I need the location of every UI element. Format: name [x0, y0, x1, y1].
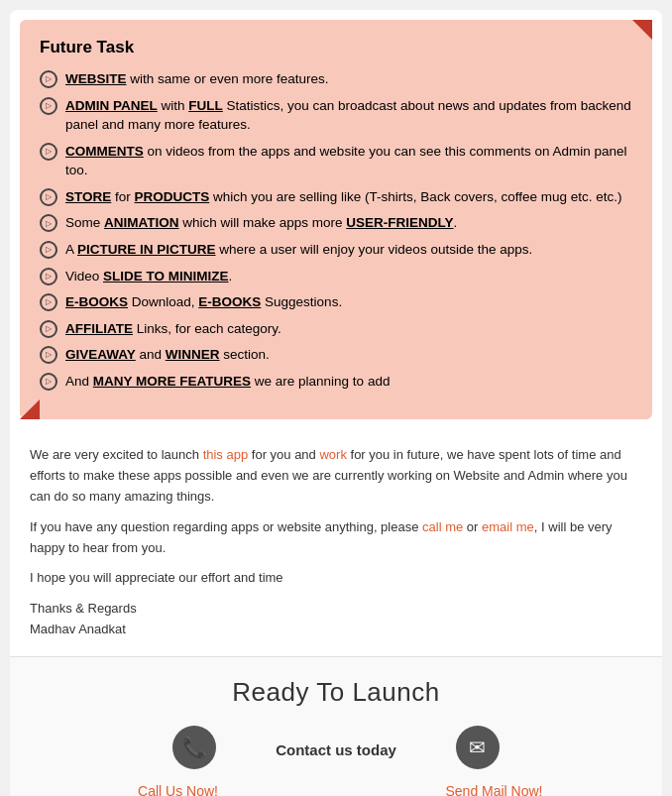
page-wrapper: Future Task WEBSITE with same or even mo… — [10, 10, 662, 796]
task-text: WEBSITE with same or even more features. — [65, 69, 329, 89]
message-para3: I hope you will appreciate our effort an… — [30, 568, 642, 589]
future-task-section: Future Task WEBSITE with same or even mo… — [20, 20, 652, 419]
task-list-item: GIVEAWAY and WINNER section. — [40, 345, 632, 365]
highlight-work: work — [319, 447, 346, 462]
phone-icon: 📞 — [182, 736, 207, 759]
task-list: WEBSITE with same or even more features.… — [40, 69, 632, 391]
task-bullet-icon — [40, 214, 57, 232]
task-list-item: STORE for PRODUCTS which you are selling… — [40, 187, 632, 207]
launch-title: Ready To Launch — [20, 677, 652, 708]
task-list-item: AFFILIATE Links, for each category. — [40, 319, 632, 339]
task-list-item: And MANY MORE FEATURES we are planning t… — [40, 372, 632, 392]
task-text: E-BOOKS Download, E-BOOKS Suggestions. — [65, 292, 342, 312]
task-bullet-icon — [40, 293, 57, 311]
task-text: Some ANIMATION which will make apps more… — [65, 213, 457, 233]
task-text: ADMIN PANEL with FULL Statistics, you ca… — [65, 96, 632, 135]
task-bullet-icon — [40, 97, 57, 115]
highlight-me2: me — [516, 519, 534, 534]
task-list-item: E-BOOKS Download, E-BOOKS Suggestions. — [40, 292, 632, 312]
phone-contact-item: Call Us Now! +91 88 66 55 55 93 — [26, 783, 329, 796]
task-bullet-icon — [40, 320, 57, 338]
corner-decoration-bl — [20, 399, 40, 419]
contact-details-row: Call Us Now! +91 88 66 55 55 93 Send Mai… — [20, 783, 652, 796]
email-icon: ✉ — [469, 736, 486, 759]
task-list-item: ADMIN PANEL with FULL Statistics, you ca… — [40, 96, 632, 135]
signature-line1: Thanks & Regards — [30, 599, 642, 620]
message-para1: We are very excited to launch this app f… — [30, 445, 642, 507]
task-list-item: Video SLIDE TO MINIMIZE. — [40, 267, 632, 286]
send-mail-link[interactable]: Send Mail Now! — [445, 783, 542, 796]
task-list-item: A PICTURE IN PICTURE where a user will e… — [40, 240, 632, 260]
task-text: A PICTURE IN PICTURE where a user will e… — [65, 240, 532, 260]
icons-and-label-row: 📞 Contact us today ✉ — [20, 726, 652, 775]
task-text: STORE for PRODUCTS which you are selling… — [65, 187, 621, 207]
task-bullet-icon — [40, 268, 57, 285]
contact-us-label: Contact us today — [276, 741, 396, 758]
task-text: Video SLIDE TO MINIMIZE. — [65, 267, 232, 286]
email-contact-item: Send Mail Now! anadkat.madhav@gmail.com — [342, 783, 645, 796]
message-para2: If you have any question regarding apps … — [30, 517, 642, 559]
task-bullet-icon — [40, 373, 57, 391]
highlight-me1: me — [445, 519, 463, 534]
task-bullet-icon — [40, 241, 57, 259]
email-icon-circle: ✉ — [456, 726, 500, 769]
task-bullet-icon — [40, 143, 57, 161]
task-bullet-icon — [40, 346, 57, 364]
call-us-link[interactable]: Call Us Now! — [138, 783, 218, 796]
future-task-title: Future Task — [40, 38, 632, 57]
task-list-item: WEBSITE with same or even more features. — [40, 69, 632, 89]
task-bullet-icon — [40, 188, 57, 206]
highlight-email: email — [482, 519, 512, 534]
task-text: AFFILIATE Links, for each category. — [65, 319, 281, 339]
launch-section: Ready To Launch 📞 Contact us today ✉ Cal… — [10, 657, 662, 796]
phone-icon-circle: 📞 — [172, 726, 216, 769]
highlight-call: call — [422, 519, 442, 534]
corner-decoration-tr — [632, 20, 652, 40]
task-bullet-icon — [40, 70, 57, 88]
signature-line2: Madhav Anadkat — [30, 620, 642, 640]
signature: Thanks & Regards Madhav Anadkat — [30, 599, 642, 640]
task-text: COMMENTS on videos from the apps and web… — [65, 142, 632, 180]
task-text: And MANY MORE FEATURES we are planning t… — [65, 372, 390, 392]
task-text: GIVEAWAY and WINNER section. — [65, 345, 270, 365]
task-list-item: COMMENTS on videos from the apps and web… — [40, 142, 632, 180]
message-section: We are very excited to launch this app f… — [10, 429, 662, 656]
highlight-launch: this app — [203, 447, 249, 462]
task-list-item: Some ANIMATION which will make apps more… — [40, 213, 632, 233]
